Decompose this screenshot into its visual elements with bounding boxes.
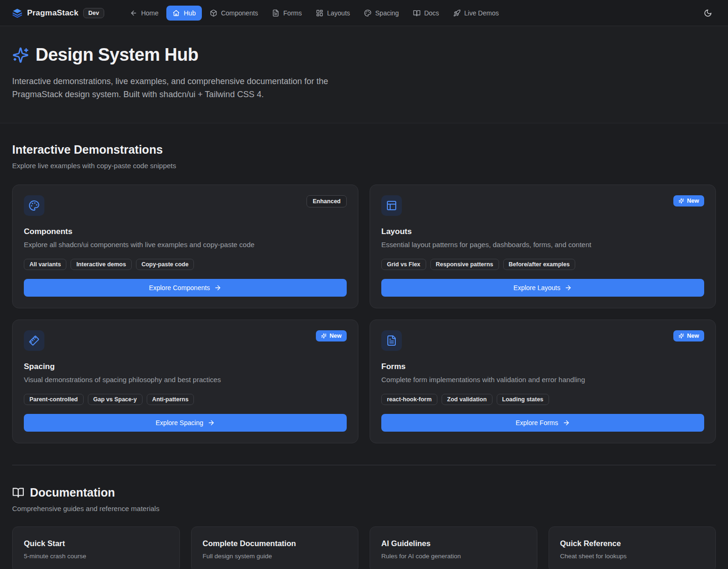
sparkles-icon bbox=[678, 333, 684, 339]
package-icon bbox=[210, 9, 217, 17]
demo-card-layouts: New Layouts Essential layout patterns fo… bbox=[370, 185, 716, 308]
new-badge: New bbox=[316, 330, 347, 341]
feature-tag: Anti-patterns bbox=[147, 394, 194, 405]
nav-item-components[interactable]: Components bbox=[204, 6, 264, 21]
sparkles-icon bbox=[12, 47, 29, 64]
nav-item-live-demos[interactable]: Live Demos bbox=[447, 6, 505, 21]
feature-tag: Zod validation bbox=[442, 394, 492, 405]
brand[interactable]: PragmaStack bbox=[12, 8, 79, 18]
feature-tag: Copy-paste code bbox=[136, 259, 194, 270]
layout-grid-icon bbox=[316, 9, 323, 17]
arrow-right-icon bbox=[563, 419, 570, 427]
docs-section-subheading: Comprehensive guides and reference mater… bbox=[12, 505, 716, 512]
nav-item-layouts[interactable]: Layouts bbox=[310, 6, 356, 21]
new-badge: New bbox=[673, 330, 704, 341]
panels-top-icon bbox=[381, 195, 402, 216]
demo-card-grid: Enhanced Components Explore all shadcn/u… bbox=[12, 185, 716, 443]
layers-logo-icon bbox=[12, 8, 22, 18]
sparkles-icon bbox=[678, 198, 684, 204]
feature-tag: Before/after examples bbox=[503, 259, 576, 270]
explore-components-button[interactable]: Explore Components bbox=[24, 279, 347, 297]
feature-tag: Parent-controlled bbox=[24, 394, 84, 405]
doc-card-title: AI Guidelines bbox=[381, 539, 526, 548]
doc-card-grid: Quick Start 5-minute crash course Comple… bbox=[12, 526, 716, 569]
doc-card-ai-guidelines[interactable]: AI Guidelines Rules for AI code generati… bbox=[370, 526, 537, 569]
house-icon bbox=[172, 9, 180, 17]
moon-icon bbox=[704, 9, 712, 17]
card-description: Essential layout patterns for pages, das… bbox=[381, 241, 704, 249]
palette-icon bbox=[24, 195, 44, 216]
new-badge: New bbox=[673, 195, 704, 206]
feature-tag: Gap vs Space-y bbox=[88, 394, 143, 405]
section-divider bbox=[12, 465, 716, 465]
card-title: Components bbox=[24, 227, 347, 236]
nav-item-docs[interactable]: Docs bbox=[407, 6, 445, 21]
feature-tag: Loading states bbox=[497, 394, 549, 405]
doc-card-description: Full design system guide bbox=[203, 553, 347, 560]
doc-card-description: Rules for AI code generation bbox=[381, 553, 526, 560]
card-description: Explore all shadcn/ui components with li… bbox=[24, 241, 347, 249]
palette-icon bbox=[364, 9, 371, 17]
feature-tag: react-hook-form bbox=[381, 394, 437, 405]
top-navbar: PragmaStack Dev Home Hub Components Form… bbox=[0, 0, 728, 26]
card-title: Layouts bbox=[381, 227, 704, 236]
doc-card-complete-documentation[interactable]: Complete Documentation Full design syste… bbox=[191, 526, 359, 569]
demos-section-subheading: Explore live examples with copy-paste co… bbox=[12, 162, 716, 170]
book-open-icon bbox=[12, 486, 24, 498]
page-title: Design System Hub bbox=[36, 45, 198, 65]
dev-environment-badge: Dev bbox=[83, 8, 104, 18]
nav-item-forms[interactable]: Forms bbox=[266, 6, 308, 21]
demo-card-forms: New Forms Complete form implementations … bbox=[370, 320, 716, 443]
feature-tag: Responsive patterns bbox=[430, 259, 499, 270]
hero-section: Design System Hub Interactive demonstrat… bbox=[0, 26, 728, 123]
brand-name: PragmaStack bbox=[27, 8, 79, 18]
card-title: Spacing bbox=[24, 362, 347, 371]
doc-card-description: 5-minute crash course bbox=[24, 553, 168, 560]
docs-section-heading: Documentation bbox=[30, 486, 115, 499]
demos-section-heading: Interactive Demonstrations bbox=[12, 143, 716, 156]
card-description: Visual demonstrations of spacing philoso… bbox=[24, 376, 347, 384]
nav-item-hub[interactable]: Hub bbox=[166, 6, 202, 21]
doc-card-quick-start[interactable]: Quick Start 5-minute crash course bbox=[12, 526, 180, 569]
file-text-icon bbox=[272, 9, 279, 17]
arrow-right-icon bbox=[207, 419, 215, 427]
nav-item-spacing[interactable]: Spacing bbox=[358, 6, 405, 21]
rocket-icon bbox=[453, 9, 461, 17]
hero-description: Interactive demonstrations, live example… bbox=[12, 75, 365, 101]
feature-tag: All variants bbox=[24, 259, 66, 270]
nav-item-home[interactable]: Home bbox=[124, 6, 164, 21]
nav-links: Home Hub Components Forms Layouts Spacin… bbox=[124, 6, 505, 21]
feature-tag: Grid vs Flex bbox=[381, 259, 426, 270]
doc-card-title: Quick Reference bbox=[560, 539, 705, 548]
explore-layouts-button[interactable]: Explore Layouts bbox=[381, 279, 704, 297]
doc-card-title: Quick Start bbox=[24, 539, 168, 548]
explore-spacing-button[interactable]: Explore Spacing bbox=[24, 414, 347, 432]
arrow-right-icon bbox=[564, 284, 572, 292]
arrow-left-icon bbox=[130, 9, 137, 17]
enhanced-badge: Enhanced bbox=[307, 195, 347, 207]
theme-toggle-button[interactable] bbox=[700, 5, 716, 21]
sparkles-icon bbox=[321, 333, 327, 339]
explore-forms-button[interactable]: Explore Forms bbox=[381, 414, 704, 432]
doc-card-title: Complete Documentation bbox=[203, 539, 347, 548]
feature-tag: Interactive demos bbox=[71, 259, 131, 270]
book-open-icon bbox=[413, 9, 421, 17]
ruler-icon bbox=[24, 330, 44, 351]
demo-card-components: Enhanced Components Explore all shadcn/u… bbox=[12, 185, 358, 308]
demo-card-spacing: New Spacing Visual demonstrations of spa… bbox=[12, 320, 358, 443]
doc-card-description: Cheat sheet for lookups bbox=[560, 553, 705, 560]
doc-card-quick-reference[interactable]: Quick Reference Cheat sheet for lookups bbox=[549, 526, 716, 569]
card-description: Complete form implementations with valid… bbox=[381, 376, 704, 384]
file-text-icon bbox=[381, 330, 402, 351]
arrow-right-icon bbox=[214, 284, 221, 292]
card-title: Forms bbox=[381, 362, 704, 371]
main-content: Interactive Demonstrations Explore live … bbox=[0, 123, 728, 569]
